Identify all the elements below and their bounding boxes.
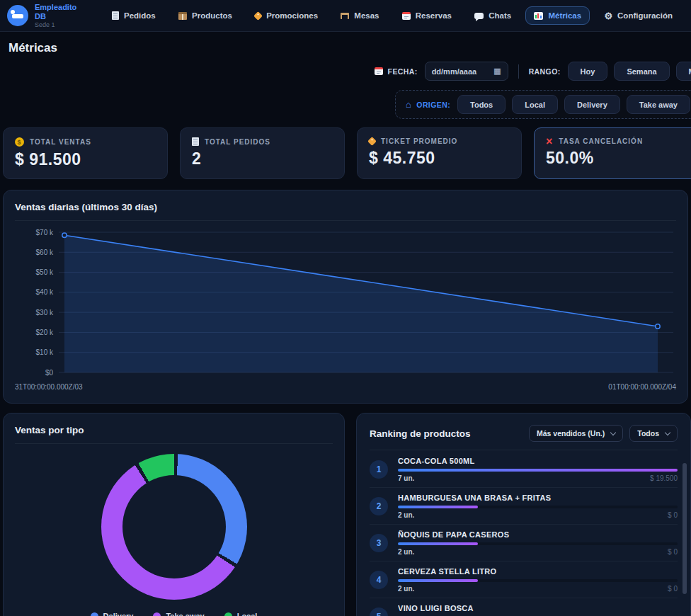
units-sold: 7 un. xyxy=(398,474,414,482)
y-tick-label: $20 k xyxy=(36,329,54,336)
gear-icon xyxy=(604,11,612,21)
page-title: Métricas xyxy=(8,41,57,55)
brand-title: Empleadito DB xyxy=(35,3,86,20)
ranking-row[interactable]: 2 HAMBURGUESA UNA BRASA + FRITAS 2 un. $… xyxy=(370,488,678,525)
divider xyxy=(518,64,519,79)
ranking-sort-select[interactable]: Más vendidos (Un.) xyxy=(529,425,623,442)
nav-item-reservas[interactable]: Reservas xyxy=(394,6,460,25)
sales-bar xyxy=(398,579,478,582)
kpi-label: TICKET PROMEDIO xyxy=(381,137,457,145)
product-name: VINO LUIGI BOSCA xyxy=(398,604,678,612)
product-name: HAMBURGUESA UNA BRASA + FRITAS xyxy=(398,494,678,502)
kpi-card-total-pedidos: TOTAL PEDIDOS 2 xyxy=(180,127,345,179)
kpi-value: $ 45.750 xyxy=(369,149,510,168)
ticket-icon xyxy=(367,137,377,146)
origen-button-todos[interactable]: Todos xyxy=(457,95,506,114)
scrollbar-thumb[interactable] xyxy=(683,463,687,594)
nav-item-metricas[interactable]: Métricas xyxy=(525,6,590,25)
sales-by-type-card: Ventas por tipo Delivery Take away Local xyxy=(3,413,345,616)
brand[interactable]: Empleadito DB Sede 1 xyxy=(7,3,93,28)
ranking-list: 1 COCA-COLA 500ML 7 un. $ 19.500 2 HAMBU… xyxy=(370,451,678,616)
receipt-icon xyxy=(112,11,119,20)
sales-amount: $ 0 xyxy=(668,548,678,556)
units-sold: 2 un. xyxy=(398,548,414,556)
top-navigation: Empleadito DB Sede 1 Pedidos Productos P… xyxy=(0,0,691,32)
sales-bar-track xyxy=(398,506,678,508)
product-name: COCA-COLA 500ML xyxy=(398,457,678,465)
origen-button-delivery[interactable]: Delivery xyxy=(564,95,620,114)
nav-item-label: Chats xyxy=(489,11,511,20)
daily-sales-line-chart: $70 k$60 k$50 k$40 k$30 k$20 k$10 k$031T… xyxy=(15,224,676,392)
rank-badge: 3 xyxy=(370,534,388,552)
nav-item-promociones[interactable]: Promociones xyxy=(246,6,326,25)
rank-badge: 2 xyxy=(370,497,388,515)
origen-button-local[interactable]: Local xyxy=(512,95,558,114)
kpi-value: 50.0% xyxy=(546,149,687,168)
sales-amount: $ 0 xyxy=(668,511,678,519)
sales-bar xyxy=(398,506,478,508)
rango-button-mes[interactable]: Mes xyxy=(676,62,691,81)
logo-icon xyxy=(7,5,28,26)
units-sold: 2 un. xyxy=(398,511,414,519)
units-sold: 2 un. xyxy=(398,585,414,593)
rango-button-hoy[interactable]: Hoy xyxy=(568,62,608,81)
ranking-title: Ranking de productos xyxy=(370,428,522,439)
donut-title: Ventas por tipo xyxy=(15,425,333,435)
ranking-row[interactable]: 5 VINO LUIGI BOSCA 1 un. $ 0 xyxy=(370,598,678,616)
sales-bar-track xyxy=(398,579,678,582)
nav-item-label: Métricas xyxy=(548,11,581,20)
ranking-row[interactable]: 4 CERVEZA STELLA LITRO 2 un. $ 0 xyxy=(370,561,678,598)
chevron-down-icon xyxy=(610,429,616,435)
y-tick-label: $30 k xyxy=(36,309,54,316)
legend-item-take-away: Take away xyxy=(153,612,204,616)
rango-label: RANGO: xyxy=(529,67,561,76)
sales-bar xyxy=(398,542,478,545)
legend-item-delivery: Delivery xyxy=(91,612,134,616)
nav-item-productos[interactable]: Productos xyxy=(170,6,241,25)
product-name: ÑOQUIS DE PAPA CASEROS xyxy=(398,530,678,539)
ranking-row[interactable]: 3 ÑOQUIS DE PAPA CASEROS 2 un. $ 0 xyxy=(370,525,678,561)
x-tick-label: 31T00:00:00.000Z/03 xyxy=(15,383,83,391)
sales-bar-track xyxy=(398,542,678,545)
legend-dot-icon xyxy=(91,612,98,616)
origen-button-take-away[interactable]: Take away xyxy=(627,95,690,114)
ranking-row[interactable]: 1 COCA-COLA 500ML 7 un. $ 19.500 xyxy=(370,451,678,488)
date-input[interactable]: dd/mm/aaaa xyxy=(425,62,508,81)
rango-button-semana[interactable]: Semana xyxy=(614,62,669,81)
date-picker-icon[interactable] xyxy=(493,67,501,75)
sales-bar-track xyxy=(398,469,678,472)
nav-items: Pedidos Productos Promociones Mesas Rese… xyxy=(103,6,681,25)
cancel-icon xyxy=(546,138,553,145)
nav-item-mesas[interactable]: Mesas xyxy=(332,6,387,25)
origen-filter-group: ORIGEN: TodosLocalDeliveryTake away xyxy=(395,90,691,119)
logo-glyph xyxy=(12,14,23,18)
product-name: CERVEZA STELLA LITRO xyxy=(398,567,678,576)
nav-item-chats[interactable]: Chats xyxy=(466,6,520,25)
chevron-down-icon xyxy=(665,429,670,435)
origen-buttons: TodosLocalDeliveryTake away xyxy=(457,95,690,114)
kpi-card-total-ventas: TOTAL VENTAS $ 91.500 xyxy=(3,127,168,179)
nav-item-configuracion[interactable]: Configuración xyxy=(595,6,681,25)
nav-item-label: Mesas xyxy=(354,11,379,20)
chart-title: Ventas diarias (últimos 30 días) xyxy=(15,202,676,212)
chat-icon xyxy=(474,13,484,19)
ranking-filter-select[interactable]: Todos xyxy=(629,425,678,442)
kpi-value: 2 xyxy=(192,149,333,169)
legend-label: Local xyxy=(237,612,258,616)
nav-item-pedidos[interactable]: Pedidos xyxy=(103,6,164,25)
divider xyxy=(370,450,678,450)
y-tick-label: $50 k xyxy=(36,268,54,276)
calendar-icon xyxy=(375,67,383,75)
date-range-filters: FECHA: dd/mm/aaaa RANGO: HoySemanaMes xyxy=(375,62,691,81)
kpi-card-ticket-promedio: TICKET PROMEDIO $ 45.750 xyxy=(357,127,522,179)
legend-dot-icon xyxy=(224,612,232,616)
data-point xyxy=(656,324,660,329)
nav-item-label: Productos xyxy=(192,11,232,20)
divider xyxy=(15,220,676,221)
divider xyxy=(15,443,333,444)
store-icon xyxy=(406,100,411,109)
product-ranking-card: Ranking de productos Más vendidos (Un.) … xyxy=(356,413,691,616)
data-point xyxy=(62,233,67,237)
sales-amount: $ 19.500 xyxy=(650,474,678,482)
nav-item-label: Configuración xyxy=(617,11,673,20)
